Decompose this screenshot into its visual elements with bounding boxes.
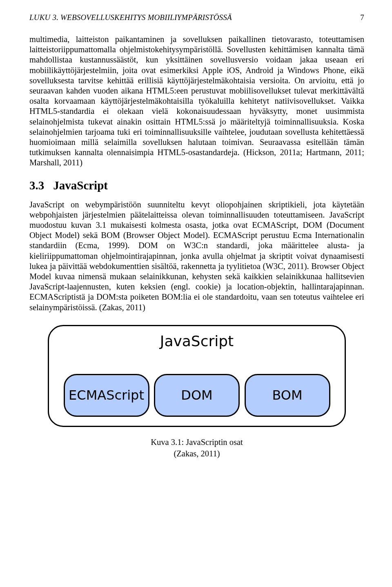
diagram-box-dom: DOM xyxy=(154,374,240,417)
diagram-title: JavaScript xyxy=(49,333,345,349)
diagram-box-bom: BOM xyxy=(245,374,330,417)
section-heading: 3.3JavaScript xyxy=(29,179,364,192)
caption-line-1: Kuva 3.1: JavaScriptin osat xyxy=(151,438,243,447)
chapter-title: WEBSOVELLUSKEHITYS MOBIILIYMPÄRISTÖSSÄ xyxy=(60,13,232,22)
diagram-outer-box: JavaScript ECMAScript DOM BOM xyxy=(48,325,346,427)
section-title: JavaScript xyxy=(53,179,108,192)
figure: JavaScript ECMAScript DOM BOM Kuva 3.1: … xyxy=(29,325,364,459)
diagram-inner-row: ECMAScript DOM BOM xyxy=(49,374,345,417)
section-number: 3.3 xyxy=(29,179,44,192)
running-header: LUKU 3. WEBSOVELLUSKEHITYS MOBIILIYMPÄRI… xyxy=(29,13,364,22)
chapter-label: LUKU 3. xyxy=(29,13,58,22)
chapter-info: LUKU 3. WEBSOVELLUSKEHITYS MOBIILIYMPÄRI… xyxy=(29,13,232,22)
caption-line-2: (Zakas, 2011) xyxy=(174,449,220,458)
body-paragraph-2: JavaScript on webympäristöön suunniteltu… xyxy=(29,200,364,313)
figure-caption: Kuva 3.1: JavaScriptin osat (Zakas, 2011… xyxy=(29,437,364,459)
body-paragraph-1: multimedia, laitteiston paikantaminen ja… xyxy=(29,34,364,168)
page-number: 7 xyxy=(344,13,364,22)
diagram-box-ecmascript: ECMAScript xyxy=(64,374,149,417)
